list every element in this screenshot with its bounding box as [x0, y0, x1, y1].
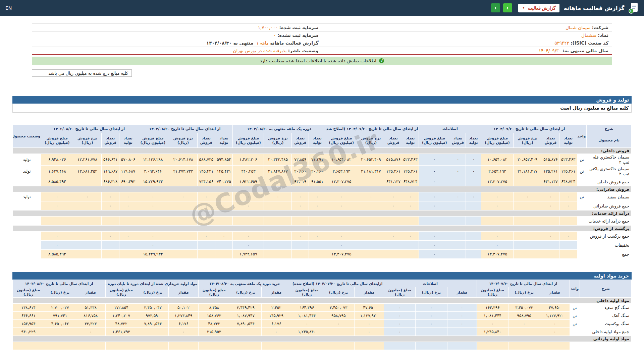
value-cell: ۰ — [354, 328, 384, 336]
value-cell: ۰ — [137, 241, 169, 250]
value-cell — [481, 217, 513, 226]
value-cell: ۰ — [262, 328, 291, 336]
header-measure: نرخ فروش (ریال) — [513, 133, 542, 148]
value-cell: ۱,۲۴۵,۸۴۰ — [291, 328, 323, 336]
value-cell: ۲۱,۸۴۷,۸۶۷ — [264, 166, 292, 177]
header-measure: تعداد تولید — [402, 133, 419, 148]
value-cell — [73, 217, 102, 226]
value-cell — [230, 328, 261, 336]
value-cell — [291, 342, 323, 350]
section-production-sales-title: تولید و فروش — [596, 97, 629, 103]
value-cell: ۰ — [508, 320, 540, 328]
chevron-down-icon: ▼ — [522, 6, 525, 9]
value-cell: ۷۹۱,۷۴۱ — [44, 312, 76, 320]
value-cell — [264, 241, 292, 250]
value-cell: ۰ — [384, 328, 416, 336]
header-period-group: مواد اولیه خریداری شده از ابتدای دوره تا… — [105, 280, 198, 287]
value-cell — [102, 241, 119, 250]
value-cell — [233, 217, 264, 226]
value-cell — [169, 250, 197, 259]
value-cell: ۴۷,۶۵۰ — [540, 304, 570, 312]
report-icon-svg: ↻ — [629, 2, 639, 14]
header-measure: مبلغ فروش (میلیون ریال) — [233, 133, 264, 148]
value-cell: ۰ — [291, 320, 323, 328]
header-measure: تعداد تولید — [466, 133, 481, 148]
codal-monthly-report-page: { "topbar": { "title": "گزارش فعالیت ماه… — [0, 0, 644, 362]
value-cell: ۰ — [481, 201, 513, 210]
section-label: مواد اولیه داخلی — [13, 298, 632, 304]
value-cell — [513, 232, 542, 241]
company-info-table: شرکت: سیمان شمال سرمایه ثبت شده: ۱,۷۰۰,۰… — [32, 23, 612, 55]
fiscal-year-label: سال مالی منتهی به: — [562, 48, 608, 53]
value-cell: ۱۰,۶۵۴,۰۸۲ — [481, 154, 513, 166]
value-cell: ۰ — [215, 232, 233, 241]
header-column-row: مقدارنرخ (ریال)مبلغ (میلیون ریال)مقدارنر… — [13, 287, 632, 298]
value-cell: ۰ — [119, 232, 137, 241]
section-label: برگشت از فروش: — [13, 226, 632, 232]
header-period-group: از ابتدای سال مالی تا تاریخ ۱۴۰۴/۰۸/۳۰ — [137, 125, 233, 133]
value-cell: ۰ — [419, 250, 450, 259]
value-cell: ۰ — [466, 154, 481, 166]
value-cell: ۰ — [540, 328, 570, 336]
report-type-dropdown[interactable]: گزارش فعالیت ▼ — [518, 4, 560, 12]
section-row: درآمد ارائه خدمات: — [13, 210, 632, 217]
row-status — [13, 250, 41, 259]
header-measure: مقدار — [262, 287, 291, 298]
section-raw-materials: خرید مواد اولیه — [12, 272, 632, 280]
raw-materials-table: شرحواحداز ابتدای سال مالی تا تاریخ ۱۴۰۴/… — [12, 280, 632, 350]
value-cell: ۰ — [323, 320, 354, 328]
section-raw-materials-title: خرید مواد اولیه — [594, 273, 629, 279]
header-measure: مبلغ (میلیون ریال) — [291, 287, 323, 298]
value-cell: ۶۴۸,۷۲۴ — [559, 177, 577, 186]
value-cell — [357, 232, 385, 241]
row-unit — [577, 241, 587, 250]
value-cell — [119, 217, 137, 226]
header-measure: نرخ (ریال) — [44, 287, 76, 298]
header-product-status: وضعیت محصول-واحد — [13, 125, 41, 148]
value-cell: ۳,۴۵۰,۰۷۳ — [323, 304, 354, 312]
header-measure: تعداد فروش — [385, 133, 402, 148]
value-cell: ۰ — [264, 192, 292, 201]
value-cell — [402, 250, 419, 259]
prev-report-button[interactable]: ‹ — [491, 3, 500, 12]
table-row: جمع برگشت از فروش۰۰۰۰۰۰۰۰۰۰۰۰۰۰۰۰ — [13, 232, 632, 241]
value-cell: ۷۴۰,۲۷۵ — [215, 177, 233, 186]
value-cell: ۰ — [447, 320, 477, 328]
value-cell: ۵۹۴,۸۵۴ — [215, 154, 233, 166]
table-amounts-note-text: کلیه مبالغ به میلیون ریال است — [560, 105, 629, 111]
value-cell: ۰ — [419, 192, 450, 201]
header-measure: نرخ (ریال) — [137, 287, 169, 298]
value-cell — [385, 217, 402, 226]
value-cell: ۱,۰۸۱,۴۴۴ — [291, 312, 323, 320]
value-cell — [450, 232, 466, 241]
value-cell: ۱,۱۲۷,۹۲۰ — [540, 312, 570, 320]
value-cell: ۰ — [102, 192, 119, 201]
value-cell — [309, 250, 326, 259]
value-cell: ۰ — [384, 320, 416, 328]
header-measure: تعداد تولید — [119, 133, 137, 148]
value-cell: ۱۷۲,۸۵۴ — [105, 304, 137, 312]
next-report-button[interactable]: › — [503, 3, 512, 12]
value-cell: ۳,۰۹۳,۶۴۶ — [137, 166, 169, 177]
report-period-suffix: منتهی به ۱۴۰۴/۰۸/۳۰ — [206, 40, 253, 46]
row-name: تخفیفات — [587, 241, 632, 250]
symbol-value: سشمال — [581, 33, 596, 38]
value-cell: ۱۲۵,۲۶۱ — [402, 166, 419, 177]
value-cell: ۰ — [384, 312, 416, 320]
header-period-group: ازابتدای سال مالی تا تاریخ ۱۴۰۴/۰۷/۳۰ (ا… — [291, 280, 384, 287]
language-toggle-en[interactable]: EN — [5, 5, 12, 11]
value-cell — [309, 217, 326, 226]
value-cell: ۰ — [233, 201, 264, 210]
row-status — [13, 217, 41, 226]
value-cell: ۱,۹۲۲,۶۵۹ — [233, 177, 264, 186]
value-cell: ۹۵۸,۷۹۵ — [508, 312, 540, 320]
isic-label: کد صنعت (ISIC): — [571, 40, 608, 46]
value-cell: ۲۱,۱۸۱,۳۱۷ — [513, 166, 542, 177]
row-name: سیمان خاکستري پاکتي تیپ ۲ — [587, 166, 632, 177]
value-cell: ۵۷۰,۸۰۶ — [119, 154, 137, 166]
value-cell: ۹۵۸,۷۹۵ — [323, 312, 354, 320]
value-cell: ۰ — [419, 201, 450, 210]
value-cell: ۲۰,۶۵۲,۴۰۹ — [357, 154, 385, 166]
value-cell — [323, 328, 354, 336]
value-cell: ۱۲۵,۲۶۱ — [385, 166, 402, 177]
